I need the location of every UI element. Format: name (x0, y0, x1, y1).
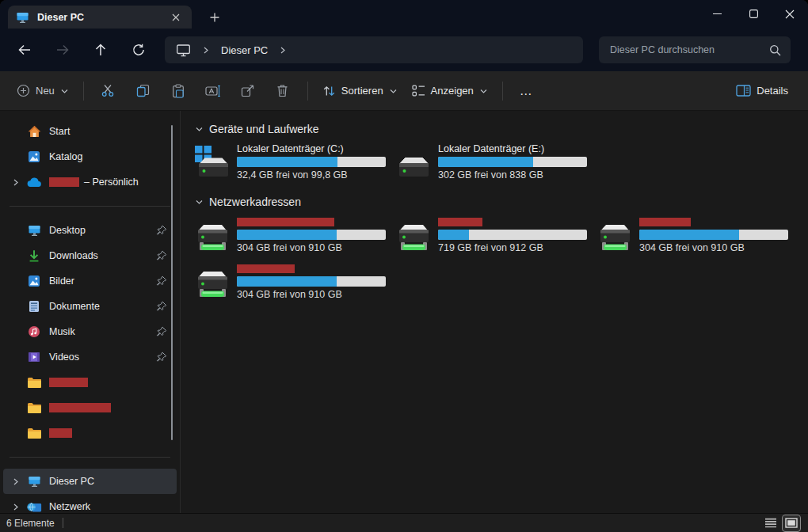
monitor-icon (24, 224, 44, 237)
sidebar-item-netzwerk[interactable]: Netzwerk (3, 494, 177, 513)
folder-icon (24, 377, 44, 388)
section-title: Netzwerkadressen (209, 196, 301, 208)
local-drive-icon (396, 143, 431, 180)
sidebar-items: StartKatalog– PersönlichDesktopDownloads… (0, 119, 180, 513)
sidebar-item-videos[interactable]: Videos (3, 344, 177, 370)
large-icons-view-button[interactable] (783, 515, 800, 531)
pin-icon (156, 352, 167, 363)
redacted-label (49, 403, 111, 412)
details-label: Details (757, 85, 788, 97)
back-button[interactable] (11, 36, 38, 63)
window-controls (699, 0, 808, 28)
paste-button[interactable] (161, 78, 196, 104)
rename-button[interactable] (196, 78, 231, 104)
usage-bar-fill (438, 230, 469, 240)
sidebar-item-start[interactable]: Start (3, 119, 177, 144)
section-network: Netzwerkadressen 304 GB frei von 910 GB7… (195, 195, 808, 310)
new-tab-button[interactable] (204, 8, 225, 27)
section-devices: Geräte und Laufwerke Lokaler Datenträger… (195, 122, 808, 190)
sidebar-item-desktop[interactable]: Desktop (3, 218, 177, 243)
free-space-text: 304 GB frei von 910 GB (237, 242, 387, 253)
sidebar-item-dokumente[interactable]: Dokumente (3, 294, 177, 319)
search-icon (769, 44, 781, 56)
sidebar-item-musik[interactable]: Musik (3, 319, 177, 344)
details-pane-button[interactable]: Details (729, 78, 795, 104)
network-drive-icon (195, 263, 230, 300)
refresh-button[interactable] (125, 36, 152, 63)
sidebar-item-label: Videos (49, 352, 79, 363)
free-space-text: 304 GB frei von 910 GB (639, 242, 790, 253)
sidebar-item-downloads[interactable]: Downloads (3, 243, 177, 268)
details-view-button[interactable] (762, 515, 779, 531)
pin-icon (156, 250, 167, 261)
chevron-down-icon (389, 87, 398, 95)
pin-icon (156, 301, 167, 312)
usage-bar-fill (237, 276, 337, 287)
sidebar: StartKatalog– PersönlichDesktopDownloads… (0, 111, 181, 513)
chevron-down-icon (479, 87, 488, 95)
drive-tile[interactable]: 304 GB frei von 910 GB (195, 263, 388, 300)
forward-button[interactable] (49, 36, 76, 63)
video-icon (24, 351, 44, 363)
sidebar-item-label: Dieser PC (49, 476, 94, 487)
delete-button[interactable] (265, 78, 300, 104)
chevron-right-icon (10, 178, 22, 187)
home-icon (24, 125, 44, 138)
toolbar-divider (502, 82, 503, 101)
sort-button[interactable]: Sortieren (315, 78, 405, 104)
chevron-down-icon (60, 87, 69, 95)
sidebar-item-folder-1[interactable] (3, 370, 177, 395)
drive-tile[interactable]: 304 GB frei von 910 GB (195, 216, 388, 253)
maximize-button[interactable] (735, 0, 772, 28)
document-icon (24, 300, 44, 313)
device-tiles: Lokaler Datenträger (C:)32,4 GB frei von… (195, 143, 805, 190)
navigation-bar: Dieser PC (0, 28, 808, 71)
local-drive-windows-icon (195, 143, 230, 180)
usage-bar (237, 230, 386, 240)
sidebar-item-label: Start (49, 126, 70, 137)
sidebar-item-folder-2[interactable] (3, 395, 177, 420)
drive-tile[interactable]: 304 GB frei von 910 GB (597, 216, 791, 253)
section-header[interactable]: Geräte und Laufwerke (195, 122, 808, 136)
copy-button[interactable] (126, 78, 161, 104)
new-label: Neu (36, 85, 55, 97)
free-space-text: 304 GB frei von 910 GB (237, 289, 387, 300)
usage-bar-fill (237, 157, 337, 167)
sidebar-item-suffix: – Persönlich (84, 177, 139, 188)
new-button[interactable]: Neu (10, 78, 76, 104)
free-space-text: 32,4 GB frei von 99,8 GB (237, 169, 387, 180)
up-button[interactable] (87, 36, 114, 63)
toolbar-divider (307, 82, 308, 101)
section-header[interactable]: Netzwerkadressen (195, 195, 808, 209)
content-area: Geräte und Laufwerke Lokaler Datenträger… (181, 111, 808, 513)
toolbar-divider (83, 82, 84, 101)
usage-bar-fill (438, 157, 533, 167)
breadcrumb-item[interactable]: Dieser PC (221, 44, 268, 56)
usage-bar-fill (639, 230, 739, 240)
minimize-button[interactable] (699, 0, 735, 28)
tab-close-icon[interactable] (168, 10, 184, 25)
sidebar-item-bilder[interactable]: Bilder (3, 268, 177, 294)
close-button[interactable] (772, 0, 808, 28)
breadcrumb[interactable]: Dieser PC (165, 36, 583, 63)
tab-dieser-pc[interactable]: Dieser PC (8, 6, 192, 28)
sidebar-scrollbar[interactable] (171, 125, 173, 440)
drive-tile[interactable]: Lokaler Datenträger (C:)32,4 GB frei von… (195, 143, 388, 180)
downloads-icon (24, 249, 44, 262)
share-button[interactable] (231, 78, 265, 104)
this-pc-icon (16, 11, 29, 24)
network-drive-icon (597, 216, 632, 253)
more-button[interactable]: … (510, 84, 543, 98)
sidebar-item-folder-3[interactable] (3, 420, 177, 446)
pin-icon (156, 276, 167, 287)
sidebar-item-onedrive[interactable]: – Persönlich (3, 169, 177, 195)
pin-icon (156, 225, 167, 236)
search-box[interactable] (599, 36, 791, 63)
drive-tile[interactable]: 719 GB frei von 912 GB (396, 216, 589, 253)
sidebar-item-dieser-pc[interactable]: Dieser PC (3, 469, 177, 494)
sidebar-item-katalog[interactable]: Katalog (3, 144, 177, 169)
view-button[interactable]: Anzeigen (405, 78, 495, 104)
drive-tile[interactable]: Lokaler Datenträger (E:)302 GB frei von … (396, 143, 589, 180)
search-input[interactable] (608, 44, 763, 56)
cut-button[interactable] (91, 78, 126, 104)
